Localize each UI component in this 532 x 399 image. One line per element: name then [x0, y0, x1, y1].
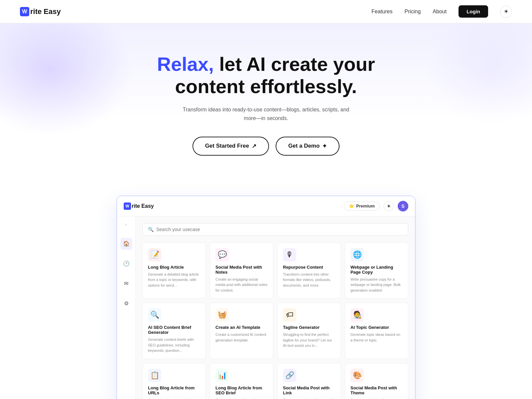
premium-label: Premium — [356, 203, 375, 208]
card-icon-tagline: 🏷 — [283, 308, 296, 322]
hero-title: Relax, let AI create your content effort… — [123, 53, 409, 97]
card-title-webpage: Webpage or Landing Page Copy — [350, 265, 403, 275]
card-long-blog[interactable]: 📝 Long Blog Article Generate a detailed … — [142, 242, 206, 299]
card-repurpose[interactable]: 🎙 Repurpose Content Transform content in… — [277, 242, 341, 299]
card-desc-sm-link: Create a social media post with an embed… — [283, 397, 335, 399]
card-desc-seo-brief: Generate content briefs with SEO guideli… — [148, 337, 200, 353]
get-started-icon: ↗ — [252, 143, 256, 150]
card-title-ai-topic: AI Topic Generator — [350, 325, 403, 330]
premium-icon: ⭐ — [349, 203, 354, 208]
logo-text: rite Easy — [30, 7, 61, 16]
card-title-sm-link: Social Media Post with Link — [283, 385, 335, 395]
get-demo-label: Get a Demo — [288, 143, 320, 149]
logo[interactable]: W rite Easy — [20, 7, 61, 16]
card-title-seo-brief: AI SEO Content Brief Generator — [148, 325, 200, 335]
card-icon-repurpose: 🎙 — [283, 248, 296, 261]
card-icon-seo-brief2: 📊 — [215, 369, 229, 382]
card-title-tagline: Tagline Generator — [283, 325, 335, 330]
get-started-label: Get Started Free — [205, 143, 249, 149]
card-desc-social-notes: Create an engaging social media post wit… — [215, 277, 268, 293]
app-theme-toggle[interactable]: ☀ — [384, 201, 394, 211]
card-icon-blog-urls: 📋 — [148, 369, 161, 382]
app-avatar[interactable]: S — [398, 201, 408, 211]
card-icon-sm-theme: 🎨 — [350, 369, 364, 382]
hero-title-colored: Relax, — [157, 53, 214, 75]
cards-grid: 📝 Long Blog Article Generate a detailed … — [142, 242, 408, 399]
app-preview-wrapper: W rite Easy ⭐ Premium ☀ S ‹ 🏠 🕐 ✉ ⚙ — [0, 182, 532, 399]
card-desc-sm-theme: Create a social media post based on a th… — [350, 397, 403, 399]
app-logo-w: W — [124, 202, 131, 210]
card-title-ai-template: Create an AI Template — [215, 325, 268, 330]
card-sm-link[interactable]: 🔗 Social Media Post with Link Create a s… — [277, 363, 341, 399]
search-input[interactable] — [156, 227, 403, 232]
card-desc-repurpose: Transform content into other formats lik… — [283, 272, 335, 288]
sidebar-icon-history[interactable]: 🕐 — [120, 258, 132, 270]
card-desc-tagline: Struggling to find the perfect tagline f… — [283, 332, 335, 348]
sidebar-icon-settings[interactable]: ⚙ — [120, 298, 132, 310]
sidebar-icon-mail[interactable]: ✉ — [120, 278, 132, 290]
card-title-blog-urls: Long Blog Article from URLs — [148, 385, 200, 395]
sidebar: ‹ 🏠 🕐 ✉ ⚙ — [117, 216, 136, 399]
hero-subtitle: Transform ideas into ready-to-use conten… — [180, 105, 352, 122]
theme-toggle-button[interactable]: ☀ — [500, 6, 512, 18]
card-seo-brief[interactable]: 🔍 AI SEO Content Brief Generator Generat… — [142, 303, 206, 359]
app-body: ‹ 🏠 🕐 ✉ ⚙ 🔍 📝 Long Blog Article Generate… — [117, 216, 415, 399]
card-icon-ai-topic: 🧑‍🎨 — [350, 308, 364, 322]
card-seo-brief2[interactable]: 📊 Long Blog Article from SEO Brief Gener… — [210, 363, 273, 399]
card-title-repurpose: Repurpose Content — [283, 265, 335, 270]
card-social-notes[interactable]: 💬 Social Media Post with Notes Create an… — [210, 242, 273, 299]
card-desc-blog-urls: Generate a long blog article based on re… — [148, 397, 200, 399]
get-demo-button[interactable]: Get a Demo ✦ — [276, 137, 339, 156]
card-title-social-notes: Social Media Post with Notes — [215, 265, 268, 275]
nav-pricing[interactable]: Pricing — [404, 9, 421, 15]
card-blog-urls[interactable]: 📋 Long Blog Article from URLs Generate a… — [142, 363, 206, 399]
app-logo-text: rite Easy — [132, 203, 154, 209]
card-title-sm-theme: Social Media Post with Theme — [350, 385, 403, 395]
app-nav-right: ⭐ Premium ☀ S — [344, 201, 408, 211]
card-tagline[interactable]: 🏷 Tagline Generator Struggling to find t… — [277, 303, 341, 359]
card-title-seo-brief2: Long Blog Article from SEO Brief — [215, 385, 268, 395]
main-content: 🔍 📝 Long Blog Article Generate a detaile… — [136, 216, 415, 399]
hero-section: Relax, let AI create your content effort… — [0, 23, 532, 182]
card-webpage[interactable]: 🌐 Webpage or Landing Page Copy Write per… — [345, 242, 408, 299]
logo-w-letter: W — [20, 7, 29, 16]
card-ai-topic[interactable]: 🧑‍🎨 AI Topic Generator Generate topic id… — [345, 303, 408, 359]
nav-features[interactable]: Features — [371, 9, 392, 15]
get-demo-icon: ✦ — [322, 143, 327, 150]
card-icon-long-blog: 📝 — [148, 248, 161, 261]
card-sm-theme[interactable]: 🎨 Social Media Post with Theme Create a … — [345, 363, 408, 399]
premium-badge[interactable]: ⭐ Premium — [344, 201, 380, 210]
hero-buttons: Get Started Free ↗ Get a Demo ✦ — [13, 137, 519, 156]
nav-about[interactable]: About — [433, 9, 447, 15]
app-logo: W rite Easy — [124, 202, 154, 210]
search-bar: 🔍 — [142, 223, 408, 236]
get-started-button[interactable]: Get Started Free ↗ — [193, 137, 269, 156]
app-preview: W rite Easy ⭐ Premium ☀ S ‹ 🏠 🕐 ✉ ⚙ — [116, 196, 416, 399]
sidebar-collapse-icon[interactable]: ‹ — [125, 222, 127, 227]
card-desc-ai-topic: Generate topic ideas based on a theme or… — [350, 332, 403, 343]
card-icon-webpage: 🌐 — [350, 248, 364, 261]
card-desc-ai-template: Create a customized AI content generatio… — [215, 332, 268, 343]
card-desc-webpage: Write persuasive copy for a webpage or l… — [350, 277, 403, 293]
sidebar-icon-home[interactable]: 🏠 — [120, 238, 132, 250]
card-desc-seo-brief2: Generate a long blog article based on an… — [215, 397, 268, 399]
card-icon-ai-template: 🧺 — [215, 308, 229, 322]
nav-links: Features Pricing About Login ☀ — [371, 5, 512, 18]
card-icon-sm-link: 🔗 — [283, 369, 296, 382]
card-desc-long-blog: Generate a detailed blog article from a … — [148, 272, 200, 288]
card-icon-social-notes: 💬 — [215, 248, 229, 261]
card-title-long-blog: Long Blog Article — [148, 265, 200, 270]
login-button[interactable]: Login — [459, 5, 488, 18]
app-navbar: W rite Easy ⭐ Premium ☀ S — [117, 196, 415, 216]
navbar: W rite Easy Features Pricing About Login… — [0, 0, 532, 23]
card-icon-seo-brief: 🔍 — [148, 308, 161, 322]
card-ai-template[interactable]: 🧺 Create an AI Template Create a customi… — [210, 303, 273, 359]
search-icon: 🔍 — [148, 227, 154, 232]
